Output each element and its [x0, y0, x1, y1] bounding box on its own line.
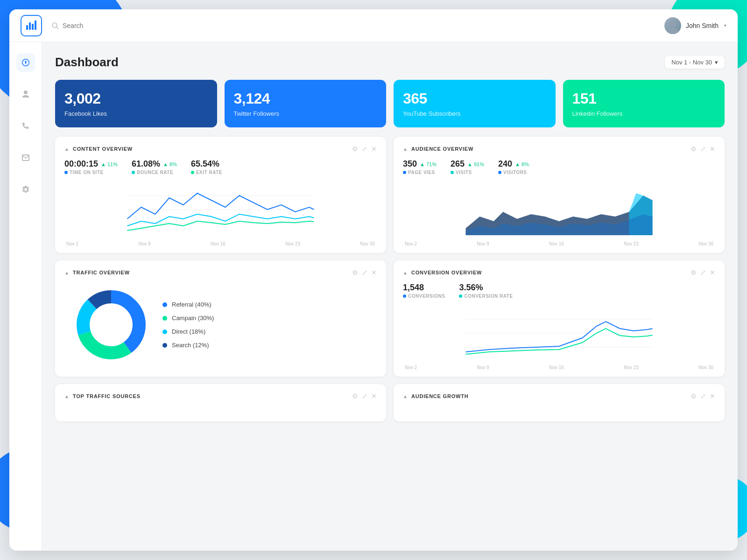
close-icon[interactable]: ✕	[710, 145, 715, 153]
conversion-rate-value: 3.56%	[459, 283, 513, 293]
sidebar-item-upload[interactable]	[16, 53, 35, 72]
label-nov23: Nov 23	[624, 365, 639, 370]
campaign-label: Campain (30%)	[172, 315, 214, 322]
label-nov2: Nov 2	[405, 365, 417, 370]
svg-point-7	[667, 28, 678, 34]
traffic-title-row: ▲ TRAFFIC OVERVIEW	[64, 270, 130, 275]
expand-icon[interactable]: ⤢	[700, 145, 706, 153]
traffic-panel-actions: ⚙ ⤢ ✕	[352, 269, 377, 276]
audience-growth-title-row: ▲ AUDIENCE GROWTH	[403, 393, 469, 399]
traffic-overview-title: TRAFFIC OVERVIEW	[73, 270, 130, 275]
expand-icon[interactable]: ⤢	[700, 269, 706, 276]
date-range-text: Nov 1 - Nov 30	[671, 59, 712, 66]
label-nov2: Nov 2	[405, 241, 417, 246]
svg-line-5	[56, 27, 58, 29]
sidebar	[9, 42, 42, 551]
label-nov23: Nov 23	[624, 241, 639, 246]
search-label: Search (12%)	[172, 342, 209, 349]
linkedin-label: Linkedin Followers	[572, 110, 716, 117]
top-traffic-header: ▲ TOP TRAFFIC SOURCES ⚙ ⤢ ✕	[64, 392, 377, 400]
direct-dot	[162, 329, 167, 334]
body-area: Dashboard Nov 1 - Nov 30 ▾ 3,002 Faceboo…	[9, 42, 738, 551]
campaign-dot	[162, 316, 167, 321]
conversion-rate-label: CONVERSION RATE	[459, 294, 513, 299]
close-icon[interactable]: ✕	[371, 392, 377, 400]
chart-grid-row2: ▲ TRAFFIC OVERVIEW ⚙ ⤢ ✕	[55, 260, 725, 377]
content-chart-labels: Nov 2 Nov 9 Nov 16 Nov 23 Nov 30	[64, 241, 377, 246]
page-views-value: 350 ▲ 71%	[403, 159, 437, 169]
conversion-overview-panel: ▲ CONVERSION OVERVIEW ⚙ ⤢ ✕ 1,548	[394, 260, 725, 377]
time-on-site-label: TIME ON SITE	[64, 170, 118, 175]
exit-rate-stat: 65.54% EXIT RATE	[191, 159, 222, 175]
audience-title-row: ▲ AUDIENCE OVERVIEW	[403, 146, 473, 152]
expand-icon[interactable]: ⤢	[700, 392, 706, 400]
legend-referral: Referral (40%)	[162, 301, 214, 308]
sidebar-item-settings[interactable]	[16, 180, 35, 199]
conversion-overview-title: CONVERSION OVERVIEW	[411, 270, 482, 275]
gear-icon[interactable]: ⚙	[691, 145, 697, 153]
search-box	[51, 22, 664, 29]
bounce-rate-stat: 61.08% ▲ 8% BOUNCE RATE	[132, 159, 177, 175]
visitors-stat: 240 ▲ 8% VISITORS	[498, 159, 529, 175]
sidebar-item-mail[interactable]	[16, 148, 35, 167]
dot-teal	[459, 294, 462, 298]
expand-icon[interactable]: ⤢	[362, 269, 367, 276]
gear-icon[interactable]: ⚙	[352, 392, 358, 400]
conversions-stat: 1,548 CONVERSIONS	[403, 283, 445, 299]
logo-icon	[25, 19, 37, 33]
conversions-value: 1,548	[403, 283, 445, 293]
label-nov23: Nov 23	[285, 241, 300, 246]
svg-rect-1	[29, 22, 31, 30]
sidebar-item-phone[interactable]	[16, 117, 35, 135]
time-pct: ▲ 11%	[101, 161, 118, 167]
stat-card-twitter: 3,124 Twitter Followers	[225, 80, 387, 127]
sidebar-item-user[interactable]	[16, 85, 35, 104]
expand-icon[interactable]: ⤢	[362, 145, 367, 153]
close-icon[interactable]: ✕	[371, 145, 377, 153]
expand-icon[interactable]: ⤢	[362, 392, 367, 400]
audience-growth-title: AUDIENCE GROWTH	[411, 393, 469, 399]
visits-stat: 265 ▲ 91% VISITS	[451, 159, 484, 175]
traffic-overview-header: ▲ TRAFFIC OVERVIEW ⚙ ⤢ ✕	[64, 269, 377, 276]
search-input[interactable]	[63, 22, 156, 29]
traffic-legend: Referral (40%) Campain (30%) Direct (18%…	[162, 301, 214, 349]
user-area[interactable]: John Smith ▾	[664, 17, 726, 34]
twitter-label: Twitter Followers	[234, 110, 377, 117]
svg-rect-3	[35, 21, 36, 30]
conversion-chart	[403, 305, 715, 361]
twitter-count: 3,124	[234, 90, 377, 107]
content-overview-panel: ▲ CONTENT OVERVIEW ⚙ ⤢ ✕	[55, 137, 386, 253]
gear-icon[interactable]: ⚙	[691, 269, 697, 276]
date-range-selector[interactable]: Nov 1 - Nov 30 ▾	[665, 56, 725, 69]
legend-search: Search (12%)	[162, 342, 214, 349]
close-icon[interactable]: ✕	[371, 269, 377, 276]
visitors-value: 240 ▲ 8%	[498, 159, 529, 169]
legend-direct: Direct (18%)	[162, 328, 214, 335]
close-icon[interactable]: ✕	[710, 392, 715, 400]
linkedin-count: 151	[572, 90, 716, 107]
donut-chart	[74, 287, 148, 362]
conversion-title-row: ▲ CONVERSION OVERVIEW	[403, 270, 482, 275]
gear-icon[interactable]: ⚙	[691, 392, 697, 400]
time-on-site-stat: 00:00:15 ▲ 11% TIME ON SITE	[64, 159, 118, 175]
gear-icon[interactable]: ⚙	[352, 145, 358, 153]
youtube-count: 365	[403, 90, 546, 107]
panel-arrow-icon: ▲	[64, 394, 69, 399]
audience-growth-actions: ⚙ ⤢ ✕	[691, 392, 715, 400]
svg-point-6	[669, 21, 676, 27]
svg-rect-0	[26, 25, 28, 30]
avatar	[664, 17, 681, 34]
panel-arrow-icon: ▲	[64, 270, 69, 275]
audience-overview-panel: ▲ AUDIENCE OVERVIEW ⚙ ⤢ ✕	[394, 137, 725, 253]
panel-arrow-icon: ▲	[64, 147, 69, 152]
search-dot	[162, 343, 167, 348]
label-nov2: Nov 2	[66, 241, 78, 246]
exit-rate-label: EXIT RATE	[191, 170, 222, 175]
chevron-down-icon: ▾	[724, 23, 726, 28]
close-icon[interactable]: ✕	[710, 269, 715, 276]
direct-label: Direct (18%)	[172, 328, 205, 335]
panel-arrow-icon: ▲	[403, 394, 408, 399]
page-views-label: PAGE VIES	[403, 170, 437, 175]
audience-overview-title: AUDIENCE OVERVIEW	[411, 146, 473, 152]
gear-icon[interactable]: ⚙	[352, 269, 358, 276]
